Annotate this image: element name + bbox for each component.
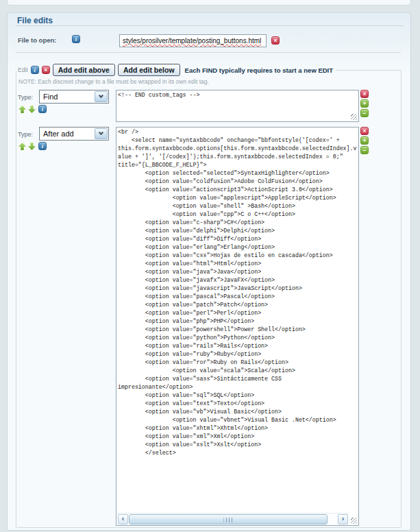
page-title: File edits <box>17 16 53 25</box>
add-row-icon[interactable]: + <box>360 99 369 108</box>
selected-type-value: Find <box>40 93 94 101</box>
remove-row-icon[interactable]: − <box>360 146 369 154</box>
after-add-code-text: <br /> <select name="syntaxbbcode" oncha… <box>118 129 357 456</box>
page: { "panel": { "title": "File edits" }, "f… <box>0 0 420 532</box>
delete-file-icon[interactable]: × <box>271 36 280 45</box>
row-actions: × + − <box>360 90 369 117</box>
selected-type-value: After add <box>40 130 94 138</box>
title-divider <box>16 25 404 26</box>
find-code-text: <!-- END custom_tags --> <box>118 92 200 98</box>
file-edits-panel: File edits File to open: i styles/prosil… <box>7 12 411 531</box>
edit-type-select-after-add[interactable]: After add <box>39 127 109 141</box>
edit-legend-label: Edit <box>18 66 28 73</box>
info-icon[interactable]: i <box>31 66 39 74</box>
resize-grip-icon[interactable] <box>351 518 357 524</box>
edit-note: NOTE: Each discreet change to a file mus… <box>18 78 401 85</box>
resize-grip-icon[interactable] <box>351 114 357 120</box>
type-label: Type: <box>18 94 33 101</box>
chevron-down-icon <box>95 91 108 102</box>
section-divider <box>16 52 401 53</box>
scroll-left-icon[interactable]: ‹ <box>118 514 128 524</box>
file-to-open-value: styles/prosilver/template/posting_button… <box>123 37 261 45</box>
scrollbar-grip-icon <box>224 518 233 522</box>
scroll-right-icon[interactable]: › <box>338 514 348 524</box>
row-actions: × + − <box>360 127 369 154</box>
remove-row-icon[interactable]: − <box>360 109 369 117</box>
file-to-open-input[interactable]: styles/prosilver/template/posting_button… <box>119 34 267 47</box>
type-label: Type: <box>18 131 33 138</box>
after-add-code-textarea[interactable]: <br /> <select name="syntaxbbcode" oncha… <box>116 127 359 526</box>
file-to-open-label: File to open: <box>18 36 56 44</box>
info-icon[interactable]: i <box>38 142 47 150</box>
info-icon[interactable]: i <box>72 35 80 43</box>
add-edit-above-button[interactable]: Add edit above <box>53 64 115 76</box>
scrollbar-track[interactable] <box>129 514 337 524</box>
previous-panel-edge <box>7 0 411 5</box>
delete-edit-icon[interactable]: × <box>42 66 50 74</box>
edit-legend: Edit i × Add edit above Add edit below E… <box>16 64 336 76</box>
edit-type-select-find[interactable]: Find <box>39 90 109 104</box>
scrollbar-thumb[interactable] <box>129 514 328 524</box>
horizontal-scrollbar[interactable]: ‹ › <box>117 513 349 524</box>
delete-row-icon[interactable]: × <box>360 127 369 135</box>
edit-legend-hint: Each FIND typically requires to start a … <box>185 66 333 74</box>
delete-row-icon[interactable]: × <box>360 90 369 98</box>
info-icon[interactable]: i <box>38 105 47 113</box>
add-row-icon[interactable]: + <box>360 136 369 145</box>
add-edit-below-button[interactable]: Add edit below <box>118 64 180 76</box>
find-code-textarea[interactable]: <!-- END custom_tags --> <box>116 90 359 122</box>
chevron-down-icon <box>95 128 108 139</box>
